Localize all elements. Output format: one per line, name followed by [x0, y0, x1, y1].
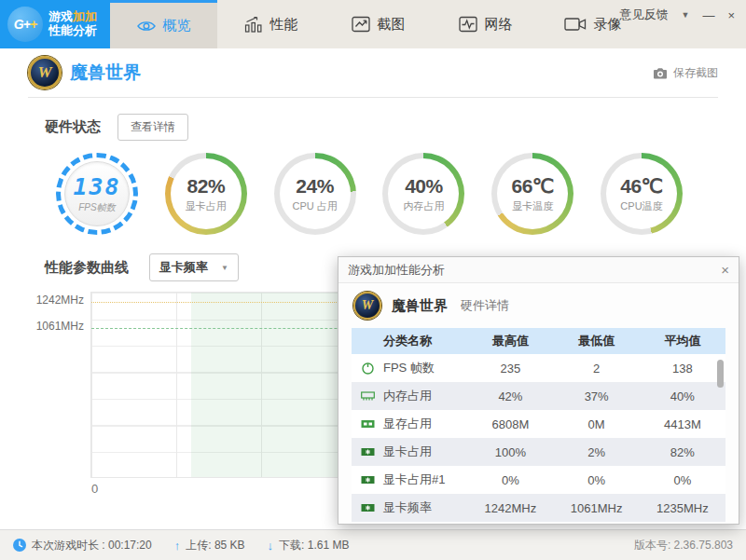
fps-meter-icon [360, 362, 375, 375]
minimize-button[interactable]: — [702, 8, 714, 22]
dialog-game-title: 魔兽世界 [392, 297, 448, 315]
video-camera-icon [564, 17, 587, 32]
wow-game-icon: W [353, 292, 381, 320]
gauge-value: 82% [187, 175, 226, 198]
app-logo: G++ 游戏加加 性能分析 [0, 0, 110, 48]
table-row: 显存占用 6808M 0M 4413M [352, 410, 725, 438]
gauge-value: 40% [405, 175, 443, 198]
gauges-row: 138 FPS帧数 82% 显卡占用 24% CPU 占用 [0, 153, 746, 235]
gauge-label: 显卡占用 [186, 199, 227, 213]
clock-icon [13, 539, 26, 552]
window-controls: 意见反馈 ▼ — × [619, 7, 735, 23]
col-header-max: 最高值 [467, 333, 553, 349]
status-bar: 本次游戏时长 : 00:17:20 ↑ 上传: 85 KB ↓ 下载: 1.61… [0, 529, 746, 560]
metric-dropdown-value: 显卡频率 [159, 259, 208, 276]
dialog-subtitle: 硬件详情 [461, 297, 509, 314]
y-tick-1242: 1242MHz [28, 294, 84, 307]
gauge-cpu-usage: 24% CPU 占用 [274, 153, 356, 235]
gpu-icon [360, 447, 375, 457]
x-tick-zero: 0 [91, 482, 98, 496]
cpu-temp-ring: 46℃ CPU温度 [601, 153, 683, 235]
hardware-details-dialog: 游戏加加性能分析 × W 魔兽世界 硬件详情 分类名称 最高值 最低值 平均值 … [338, 256, 739, 525]
gauge-label: 显卡温度 [512, 199, 553, 213]
fps-value: 138 [73, 173, 120, 200]
dialog-titlebar[interactable]: 游戏加加性能分析 × [338, 257, 739, 283]
close-button[interactable]: × [727, 8, 735, 22]
upload-stat: 上传: 85 KB [186, 538, 244, 553]
camera-icon [653, 67, 668, 79]
tab-label: 录像 [594, 16, 622, 34]
download-arrow-icon: ↓ [268, 539, 274, 553]
feedback-link[interactable]: 意见反馈 [619, 7, 668, 23]
version-number: 版本号: 2.36.75.803 [634, 538, 733, 553]
logo-title: 游戏加加 性能分析 [48, 10, 97, 38]
dialog-subheader: W 魔兽世界 硬件详情 [338, 283, 739, 326]
table-scrollbar-thumb[interactable] [717, 360, 724, 388]
tab-overview[interactable]: 概览 [110, 0, 217, 48]
game-title: 魔兽世界 [70, 61, 141, 85]
tab-screenshot[interactable]: 截图 [325, 0, 432, 48]
eye-icon [137, 20, 156, 33]
col-header-min: 最低值 [554, 333, 640, 349]
fps-label: FPS帧数 [78, 201, 115, 214]
gauge-label: 内存占用 [403, 199, 444, 213]
screenshot-icon [352, 16, 370, 33]
tab-label: 网络 [485, 16, 513, 34]
vram-icon [360, 419, 375, 429]
gpu-icon [360, 503, 375, 512]
gauge-fps: 138 FPS帧数 [56, 153, 138, 235]
y-tick-1061: 1061MHz [28, 320, 84, 333]
gauge-cpu-temp: 46℃ CPU温度 [601, 153, 683, 235]
memory-usage-ring: 40% 内存占用 [382, 153, 464, 235]
tab-label: 截图 [378, 16, 406, 34]
gauge-label: CPU温度 [620, 199, 662, 213]
gauge-label: CPU 占用 [292, 199, 337, 213]
table-body: FPS 帧数 235 2 138 内存占用 42% 37% 40% [352, 354, 725, 522]
gauge-value: 24% [296, 175, 334, 198]
navbar: G++ 游戏加加 性能分析 概览 性能 截图 网络 [0, 0, 746, 48]
wow-game-icon: W [28, 56, 62, 89]
col-header-avg: 平均值 [640, 333, 725, 349]
gauge-value: 46℃ [620, 175, 662, 198]
save-screenshot-label: 保存截图 [673, 65, 718, 81]
tab-performance[interactable]: 性能 [217, 0, 325, 48]
game-header: W 魔兽世界 保存截图 [28, 48, 718, 98]
logo-badge-icon: G++ [7, 7, 43, 42]
fps-dashed-ring: 138 FPS帧数 [56, 153, 138, 235]
session-duration: 本次游戏时长 : 00:17:20 [32, 538, 152, 553]
tab-label: 概览 [163, 17, 191, 34]
app-window: G++ 游戏加加 性能分析 概览 性能 截图 网络 [0, 0, 746, 560]
table-row: 显卡频率 1242MHz 1061MHz 1235MHz [352, 494, 725, 522]
bar-chart-icon [244, 16, 263, 33]
col-header-name: 分类名称 [352, 333, 467, 349]
view-details-button[interactable]: 查看详情 [117, 114, 188, 141]
hardware-status-row: 硬件状态 查看详情 [45, 114, 729, 141]
network-pulse-icon [459, 16, 477, 33]
gauge-value: 66℃ [511, 175, 553, 198]
table-header-row: 分类名称 最高值 最低值 平均值 [352, 328, 725, 354]
cpu-usage-ring: 24% CPU 占用 [274, 153, 356, 235]
gauge-gpu-usage: 82% 显卡占用 [165, 153, 247, 235]
gpu-icon [360, 475, 375, 485]
tab-label: 性能 [270, 16, 298, 34]
hardware-status-title: 硬件状态 [45, 118, 101, 136]
metric-dropdown[interactable]: 显卡频率 ▼ [149, 253, 239, 281]
gpu-temp-ring: 66℃ 显卡温度 [491, 153, 573, 235]
memory-icon [360, 391, 375, 402]
table-row: FPS 帧数 235 2 138 [352, 354, 725, 382]
chevron-down-icon[interactable]: ▼ [681, 10, 689, 20]
table-row: 显卡占用#1 0% 0% 0% [352, 466, 725, 494]
curve-section-title: 性能参数曲线 [45, 259, 129, 277]
table-row: 内存占用 42% 37% 40% [352, 382, 725, 410]
tab-network[interactable]: 网络 [432, 0, 539, 48]
chevron-down-icon: ▼ [221, 264, 228, 272]
gauge-memory-usage: 40% 内存占用 [382, 153, 464, 235]
save-screenshot-button[interactable]: 保存截图 [653, 65, 718, 81]
gauge-gpu-temp: 66℃ 显卡温度 [491, 153, 573, 235]
upload-arrow-icon: ↑ [174, 539, 181, 553]
table-row: 显卡占用 100% 2% 82% [352, 438, 725, 466]
tab-bar: 概览 性能 截图 网络 录像 [110, 0, 646, 48]
hardware-details-table: 分类名称 最高值 最低值 平均值 FPS 帧数 235 2 138 [352, 328, 725, 522]
dialog-close-button[interactable]: × [721, 263, 729, 277]
download-stat: 下载: 1.61 MB [279, 538, 349, 553]
